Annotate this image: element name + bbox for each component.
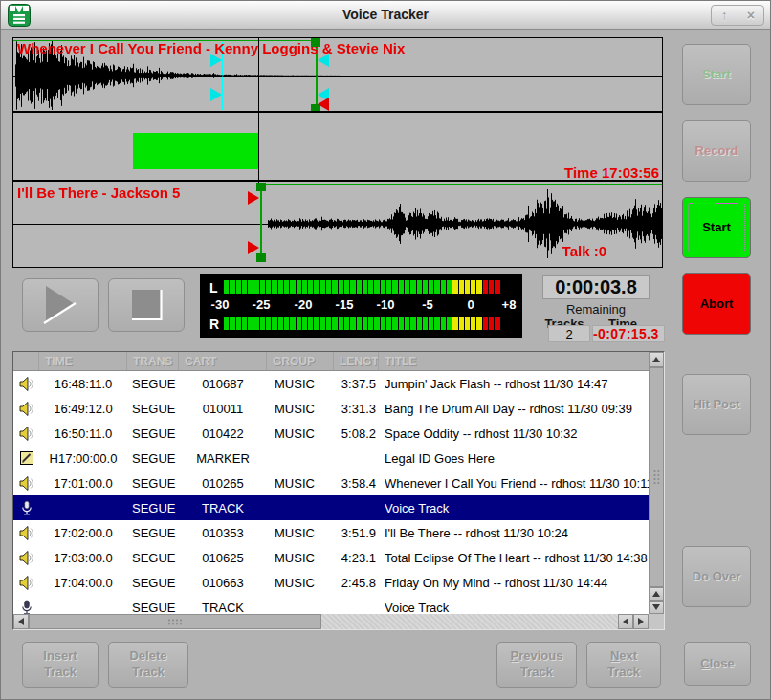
playhead-handle-top-icon[interactable] bbox=[210, 54, 222, 67]
vu-segment bbox=[350, 280, 355, 294]
play-button[interactable] bbox=[22, 278, 99, 332]
vu-segment bbox=[326, 280, 331, 294]
vu-segment bbox=[386, 280, 391, 294]
vu-segment bbox=[236, 317, 241, 330]
cell-cart: 010422 bbox=[179, 427, 267, 441]
vu-segment bbox=[332, 317, 337, 330]
playhead-handle-bottom-icon[interactable] bbox=[210, 88, 222, 101]
cell-cart: 010265 bbox=[179, 476, 267, 491]
stop-button[interactable] bbox=[108, 278, 185, 332]
vu-segment bbox=[465, 317, 470, 330]
insert-track-label2: Track bbox=[44, 665, 77, 681]
abort-button[interactable]: Abort bbox=[682, 273, 751, 335]
header-time[interactable]: TIME bbox=[39, 352, 127, 370]
scroll-right-button[interactable] bbox=[633, 614, 649, 629]
log-row[interactable]: 17:03:00.0SEGUE010625MUSIC4:23.1Total Ec… bbox=[13, 545, 649, 570]
vertical-scrollbar[interactable] bbox=[649, 352, 664, 614]
log-row[interactable]: 16:48:11.0SEGUE010687MUSIC3:37.5Jumpin' … bbox=[13, 371, 649, 396]
delete-track-button[interactable]: DeleteTrack bbox=[108, 642, 188, 688]
vu-segment bbox=[476, 317, 481, 330]
segue-cyan-top-icon[interactable] bbox=[318, 54, 329, 67]
vu-segment bbox=[339, 317, 343, 330]
vu-segment bbox=[284, 317, 289, 330]
segue-handle-top-icon[interactable] bbox=[311, 38, 320, 47]
log-row[interactable]: SEGUETRACKVoice Track bbox=[13, 595, 649, 614]
track3-red-bottom-icon[interactable] bbox=[248, 241, 259, 254]
cell-trans: SEGUE bbox=[127, 427, 179, 441]
close-button[interactable]: Close bbox=[684, 642, 751, 686]
track2-panel[interactable]: Time 17:03:56 bbox=[13, 113, 662, 182]
insert-track-button[interactable]: InsertTrack bbox=[22, 642, 99, 688]
track3-handle-bottom-icon[interactable] bbox=[256, 253, 266, 262]
arrow-up-icon bbox=[652, 591, 660, 597]
scroll-left-button-2[interactable] bbox=[618, 614, 633, 629]
scroll-left-button[interactable] bbox=[13, 614, 29, 629]
log-row[interactable]: 17:01:00.0SEGUE010265MUSIC3:58.4Whenever… bbox=[13, 470, 649, 495]
vu-segment bbox=[459, 317, 464, 330]
cell-time: 17:02:00.0 bbox=[39, 526, 127, 540]
cell-title: Bang The Drum All Day -- rdhost 11/30 09… bbox=[379, 402, 649, 416]
hit-post-label: Hit Post bbox=[693, 397, 739, 413]
vertical-scroll-thumb[interactable] bbox=[649, 367, 664, 587]
mic-icon bbox=[13, 500, 39, 516]
cell-trans: SEGUE bbox=[127, 576, 179, 590]
log-row-selected[interactable]: SEGUETRACKVoice Track bbox=[13, 495, 649, 520]
vu-scale-label: 0 bbox=[467, 297, 474, 312]
vu-segment bbox=[441, 317, 446, 330]
close-window-button[interactable]: × bbox=[738, 6, 764, 25]
segue-red-handle-icon[interactable] bbox=[318, 98, 329, 111]
track1-panel[interactable]: Whenever I Call You Friend - Kenny Loggi… bbox=[13, 38, 662, 113]
vu-segment bbox=[368, 280, 373, 294]
previous-track-button[interactable]: PreviousTrack bbox=[496, 642, 577, 688]
log-row[interactable]: 17:04:00.0SEGUE010663MUSIC2:45.8Friday O… bbox=[13, 570, 649, 595]
log-body: 16:48:11.0SEGUE010687MUSIC3:37.5Jumpin' … bbox=[13, 371, 649, 614]
start-track3-button[interactable]: Start bbox=[682, 197, 751, 258]
vu-segment bbox=[308, 317, 313, 330]
scroll-up-button-2[interactable] bbox=[649, 587, 664, 601]
log-row[interactable]: 16:49:12.0SEGUE010011MUSIC3:31.3Bang The… bbox=[13, 396, 649, 421]
edit-cursor[interactable] bbox=[258, 38, 259, 184]
header-group[interactable]: GROUP bbox=[267, 352, 334, 370]
cell-group: MUSIC bbox=[267, 377, 334, 391]
log-row[interactable]: H17:00:00.0SEGUEMARKERLegal ID Goes Here bbox=[13, 446, 649, 470]
vu-segment bbox=[326, 317, 331, 330]
vu-segment bbox=[230, 317, 234, 330]
track3-red-top-icon[interactable] bbox=[248, 191, 259, 205]
vu-segment bbox=[278, 317, 283, 330]
vu-segment bbox=[320, 280, 325, 294]
insert-track-label: Insert bbox=[43, 648, 77, 665]
cell-length: 5:08.2 bbox=[334, 427, 379, 441]
hit-post-button[interactable]: Hit Post bbox=[682, 374, 751, 435]
horizontal-scrollbar[interactable] bbox=[13, 614, 649, 629]
track3-handle-top-icon[interactable] bbox=[256, 183, 266, 191]
vu-segment bbox=[434, 280, 439, 294]
vu-segment bbox=[452, 317, 457, 330]
do-over-button[interactable]: Do Over bbox=[682, 546, 751, 607]
vu-segment bbox=[392, 280, 397, 294]
record-button[interactable]: Record bbox=[682, 120, 751, 182]
header-title[interactable]: TITLE bbox=[379, 352, 649, 370]
vu-segment bbox=[447, 280, 452, 294]
log-row[interactable]: 16:50:11.0SEGUE010422MUSIC5:08.2Space Od… bbox=[13, 421, 649, 446]
cell-time: 16:50:11.0 bbox=[39, 427, 127, 441]
speaker-icon bbox=[13, 550, 39, 566]
cell-time: H17:00:00.0 bbox=[39, 451, 127, 466]
track3-panel[interactable]: I'll Be There - Jackson 5 Talk :0 bbox=[13, 182, 662, 263]
cell-cart: TRACK bbox=[179, 601, 267, 615]
header-cart[interactable]: CART bbox=[179, 352, 267, 370]
talk-time-label: Talk :0 bbox=[562, 243, 606, 259]
header-trans[interactable]: TRANS bbox=[127, 352, 179, 370]
vu-segment bbox=[260, 280, 265, 294]
voicetrack-region[interactable] bbox=[133, 133, 258, 169]
next-track-button[interactable]: NextTrack bbox=[586, 642, 661, 688]
vu-segment bbox=[363, 317, 367, 330]
scroll-up-button[interactable] bbox=[649, 352, 664, 367]
header-length[interactable]: LENGTH bbox=[334, 352, 379, 370]
log-row[interactable]: 17:02:00.0SEGUE010353MUSIC3:51.9I'll Be … bbox=[13, 520, 649, 545]
vu-segment bbox=[308, 280, 313, 294]
cell-trans: SEGUE bbox=[127, 476, 179, 491]
shade-button[interactable]: ↑ bbox=[712, 6, 738, 25]
start-track1-button[interactable]: Start bbox=[682, 44, 751, 105]
scroll-down-button[interactable] bbox=[649, 601, 664, 614]
horizontal-scroll-thumb[interactable] bbox=[29, 614, 321, 629]
